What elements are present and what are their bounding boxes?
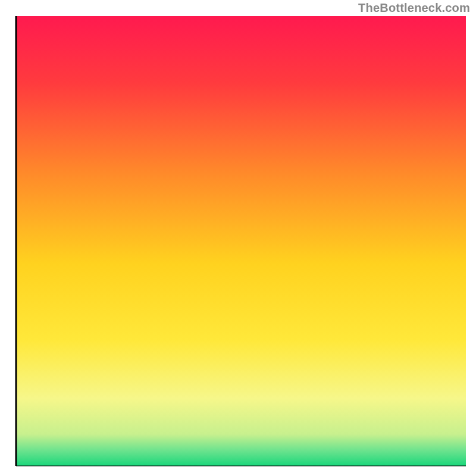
watermark-label: TheBottleneck.com — [358, 1, 470, 15]
plot-background — [16, 16, 466, 466]
bottleneck-chart — [0, 0, 476, 476]
chart-container: TheBottleneck.com — [0, 0, 476, 476]
